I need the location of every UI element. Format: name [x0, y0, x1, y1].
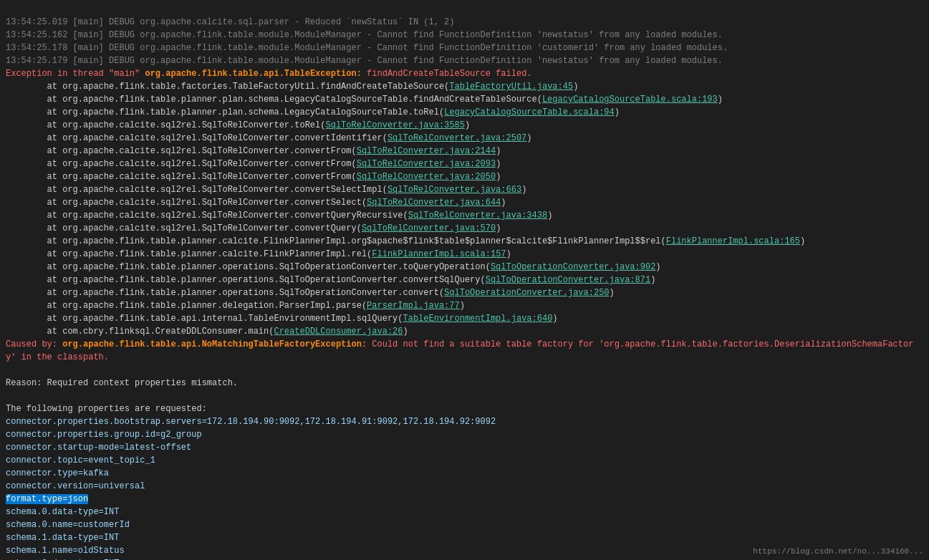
highlighted-line: format.type=json: [6, 494, 88, 504]
stack-link[interactable]: LegacyCatalogSourceTable.scala:193: [542, 95, 718, 105]
property-line: schema.0.data-type=INT: [6, 507, 119, 517]
debug-line: 13:54:25.162 [main] DEBUG org.apache.fli…: [6, 30, 723, 40]
property-line: connector.properties.bootstrap.servers=1…: [6, 417, 496, 427]
console-output: 13:54:25.019 [main] DEBUG org.apache.cal…: [0, 0, 929, 560]
reason-line: Reason: Required context properties mism…: [6, 378, 238, 388]
stack-trace-line: at org.apache.calcite.sql2rel.SqlToRelCo…: [6, 172, 501, 182]
stack-link[interactable]: FlinkPlannerImpl.scala:157: [372, 249, 506, 259]
stack-link[interactable]: SqlToOperationConverter.java:871: [486, 275, 650, 285]
error-main-line: Exception in thread "main" org.apache.fl…: [6, 69, 532, 79]
property-line: connector.version=universal: [6, 481, 145, 491]
stack-link[interactable]: SqlToRelConverter.java:570: [362, 223, 496, 233]
stack-link[interactable]: SqlToRelConverter.java:2093: [357, 159, 496, 169]
stack-trace-line: at org.apache.flink.table.planner.delega…: [6, 301, 465, 311]
debug-line: 13:54:25.019 [main] DEBUG org.apache.cal…: [6, 17, 455, 27]
stack-link[interactable]: ParserImpl.java:77: [367, 301, 460, 311]
stack-trace-line: at org.apache.flink.table.planner.operat…: [6, 275, 655, 285]
stack-trace-line: at org.apache.calcite.sql2rel.SqlToRelCo…: [6, 159, 501, 169]
stack-trace-line: at org.apache.flink.table.planner.operat…: [6, 262, 661, 272]
stack-link[interactable]: SqlToRelConverter.java:2144: [357, 146, 496, 156]
stack-link[interactable]: SqlToRelConverter.java:3585: [325, 120, 464, 130]
stack-trace-line: at org.apache.calcite.sql2rel.SqlToRelCo…: [6, 211, 552, 221]
stack-link[interactable]: SqlToOperationConverter.java:250: [444, 288, 609, 298]
property-line: connector.startup-mode=latest-offset: [6, 443, 191, 453]
stack-trace-line: at org.apache.calcite.sql2rel.SqlToRelCo…: [6, 133, 532, 143]
stack-link[interactable]: SqlToRelConverter.java:644: [367, 198, 501, 208]
stack-link[interactable]: CreateDDLConsumer.java:26: [274, 327, 403, 337]
stack-trace-line: at org.apache.flink.table.planner.calcit…: [6, 236, 805, 246]
stack-trace-line: at org.apache.flink.table.planner.operat…: [6, 288, 615, 298]
property-line: schema.1.name=oldStatus: [6, 546, 125, 556]
stack-link[interactable]: FlinkPlannerImpl.scala:165: [666, 236, 800, 246]
caused-by-line: Caused by: org.apache.flink.table.api.No…: [6, 339, 913, 362]
stack-trace-line: at org.apache.flink.table.planner.plan.s…: [6, 95, 723, 105]
stack-link[interactable]: SqlToOperationConverter.java:902: [491, 262, 655, 272]
stack-trace-line: at org.apache.calcite.sql2rel.SqlToRelCo…: [6, 223, 501, 233]
debug-line: 13:54:25.179 [main] DEBUG org.apache.fli…: [6, 56, 723, 66]
stack-trace-line: at org.apache.calcite.sql2rel.SqlToRelCo…: [6, 198, 506, 208]
stack-trace-line: at org.apache.flink.table.planner.plan.s…: [6, 107, 620, 117]
stack-link[interactable]: TableFactoryUtil.java:45: [449, 82, 573, 92]
stack-trace-line: at org.apache.flink.table.planner.calcit…: [6, 249, 511, 259]
stack-link[interactable]: SqlToRelConverter.java:2507: [388, 133, 526, 143]
watermark: https://blog.csdn.net/no...334160...: [753, 546, 923, 558]
property-line: connector.topic=event_topic_1: [6, 455, 155, 465]
stack-trace-line: at com.cbry.flinksql.CreateDDLConsumer.m…: [6, 327, 408, 337]
stack-link[interactable]: SqlToRelConverter.java:3438: [408, 211, 547, 221]
property-line: schema.0.name=customerId: [6, 520, 130, 530]
property-line: connector.properties.group.id=g2_group: [6, 430, 202, 440]
normal-line: The following properties are requested:: [6, 404, 207, 414]
stack-link[interactable]: SqlToRelConverter.java:663: [388, 185, 521, 195]
debug-line: 13:54:25.178 [main] DEBUG org.apache.fli…: [6, 43, 728, 53]
stack-trace-line: at org.apache.flink.table.api.internal.T…: [6, 314, 558, 324]
stack-trace-line: at org.apache.calcite.sql2rel.SqlToRelCo…: [6, 185, 526, 195]
stack-trace-line: at org.apache.calcite.sql2rel.SqlToRelCo…: [6, 146, 501, 156]
property-line: connector.type=kafka: [6, 468, 109, 478]
stack-link[interactable]: SqlToRelConverter.java:2050: [357, 172, 496, 182]
stack-link[interactable]: LegacyCatalogSourceTable.scala:94: [444, 107, 615, 117]
stack-trace-line: at org.apache.flink.table.factories.Tabl…: [6, 82, 578, 92]
stack-trace-line: at org.apache.calcite.sql2rel.SqlToRelCo…: [6, 120, 470, 130]
stack-link[interactable]: TableEnvironmentImpl.java:640: [403, 314, 553, 324]
property-line: schema.1.data-type=INT: [6, 533, 119, 543]
